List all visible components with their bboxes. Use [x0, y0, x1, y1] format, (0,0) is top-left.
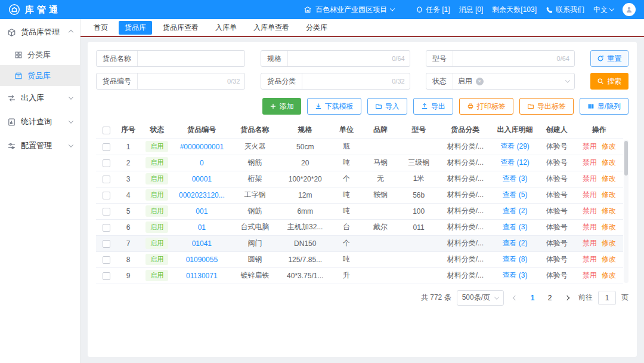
- row-checkbox[interactable]: [103, 224, 110, 232]
- status-select[interactable]: 启用: [453, 76, 574, 87]
- language-select[interactable]: 中文: [593, 5, 614, 15]
- modify-link[interactable]: 修改: [602, 174, 616, 183]
- model-input[interactable]: [453, 54, 557, 63]
- modify-link[interactable]: 修改: [602, 223, 616, 231]
- avatar[interactable]: [623, 3, 636, 16]
- disable-link[interactable]: 禁用: [583, 255, 597, 263]
- row-select-cell: [96, 155, 116, 171]
- next-page-button[interactable]: [561, 290, 573, 306]
- goods-code-link[interactable]: 01090055: [186, 256, 218, 264]
- detail-view-link[interactable]: 查看 (3): [502, 174, 527, 183]
- building-icon: [304, 5, 312, 14]
- goods-name-input[interactable]: [138, 54, 244, 63]
- tabbar: 首页 货品库 货品库查看 入库单 入库单查看 分类库: [80, 19, 644, 37]
- print-tag-button[interactable]: 打印标签: [459, 98, 513, 115]
- goods-code-link[interactable]: 001: [196, 207, 208, 216]
- contact-link[interactable]: 联系我们: [546, 5, 584, 15]
- row-checkbox[interactable]: [103, 208, 110, 216]
- tab-inbound-order[interactable]: 入库单: [209, 21, 243, 35]
- export-button[interactable]: 导出: [413, 98, 453, 115]
- import-button[interactable]: 导入: [367, 98, 407, 115]
- sidebar-item-goods-library[interactable]: 货品库: [0, 65, 80, 86]
- modify-link[interactable]: 修改: [602, 255, 616, 263]
- modify-link[interactable]: 修改: [602, 190, 616, 199]
- spec-input[interactable]: [288, 54, 392, 63]
- modify-link[interactable]: 修改: [602, 239, 616, 247]
- disable-link[interactable]: 禁用: [583, 223, 597, 231]
- status-label: 状态: [426, 73, 453, 89]
- tasks-link[interactable]: 任务 [1]: [416, 5, 450, 15]
- sidebar-group-goods-management[interactable]: 货品库管理: [0, 20, 80, 44]
- search-button[interactable]: 搜索: [590, 73, 628, 90]
- goods-code-link[interactable]: 00001: [192, 175, 212, 183]
- detail-view-link[interactable]: 查看 (2): [502, 239, 527, 247]
- bell-icon: [416, 6, 423, 14]
- detail-view-link[interactable]: 查看 (8): [502, 255, 527, 263]
- modify-link[interactable]: 修改: [602, 142, 616, 150]
- row-checkbox[interactable]: [103, 176, 110, 183]
- modify-link[interactable]: 修改: [602, 271, 616, 279]
- cell-index: 3: [116, 171, 140, 187]
- goto-page-input[interactable]: [598, 291, 616, 305]
- detail-view-link[interactable]: 查看 (3): [502, 271, 527, 279]
- tab-home[interactable]: 首页: [88, 21, 114, 35]
- goods-code-link[interactable]: 01041: [192, 239, 212, 248]
- modify-link[interactable]: 修改: [602, 158, 616, 167]
- prev-page-button[interactable]: [509, 290, 521, 306]
- tab-category-library[interactable]: 分类库: [300, 21, 333, 35]
- detail-view-link[interactable]: 查看 (2): [502, 207, 527, 215]
- page-size-select[interactable]: 500条/页: [457, 290, 504, 306]
- row-checkbox[interactable]: [103, 159, 110, 167]
- column-header: 序号: [116, 122, 140, 139]
- disable-link[interactable]: 禁用: [583, 190, 597, 199]
- sidebar-group-configuration[interactable]: 配置管理: [0, 134, 80, 158]
- disable-link[interactable]: 禁用: [583, 271, 597, 279]
- detail-view-link[interactable]: 查看 (5): [502, 190, 527, 199]
- grid-icon: [14, 51, 23, 59]
- filter-spec: 规格 0/64: [261, 50, 410, 67]
- reset-button[interactable]: 重置: [590, 50, 628, 67]
- download-template-button[interactable]: 下载模板: [307, 98, 361, 115]
- tab-goods-library[interactable]: 货品库: [119, 21, 152, 35]
- goods-code-link[interactable]: 0002023120...: [179, 191, 225, 199]
- disable-link[interactable]: 禁用: [583, 207, 597, 215]
- goods-code-input[interactable]: [138, 77, 227, 85]
- disable-link[interactable]: 禁用: [583, 174, 597, 183]
- page-2-button[interactable]: 2: [544, 290, 556, 306]
- disable-link[interactable]: 禁用: [583, 158, 597, 167]
- row-checkbox[interactable]: [103, 192, 110, 199]
- row-checkbox[interactable]: [103, 143, 110, 151]
- page-1-button[interactable]: 1: [527, 290, 538, 306]
- row-checkbox[interactable]: [103, 272, 110, 280]
- detail-view-link[interactable]: 查看 (3): [502, 223, 527, 231]
- messages-link[interactable]: 消息 [0]: [459, 5, 484, 15]
- tag-remove-icon[interactable]: [476, 78, 484, 85]
- goods-code-link[interactable]: 0: [200, 159, 204, 167]
- reset-label: 重置: [607, 54, 621, 64]
- goods-code-link[interactable]: 01: [198, 223, 206, 232]
- sidebar-item-category-library[interactable]: 分类库: [0, 44, 80, 65]
- row-checkbox[interactable]: [103, 240, 110, 248]
- sidebar-group-statistics-query[interactable]: 统计查询: [0, 110, 80, 134]
- add-button[interactable]: 添加: [262, 98, 301, 115]
- goods-code-link[interactable]: 01130071: [186, 272, 218, 280]
- disable-link[interactable]: 禁用: [583, 142, 597, 150]
- export-tag-button[interactable]: 导出标签: [519, 98, 574, 115]
- detail-view-link[interactable]: 查看 (29): [500, 142, 530, 150]
- select-all-checkbox[interactable]: [103, 127, 110, 134]
- row-checkbox[interactable]: [103, 256, 110, 264]
- modify-link[interactable]: 修改: [602, 207, 616, 215]
- sidebar-group-in-out-warehouse[interactable]: 出入库: [0, 86, 80, 110]
- tab-goods-library-view[interactable]: 货品库查看: [157, 21, 205, 35]
- scrollbar-thumb[interactable]: [624, 141, 628, 176]
- goods-category-input[interactable]: [302, 77, 392, 85]
- detail-view-link[interactable]: 查看 (12): [500, 158, 530, 167]
- tab-inbound-order-view[interactable]: 入库单查看: [247, 21, 295, 35]
- toggle-columns-button[interactable]: 显/隐列: [580, 98, 628, 115]
- project-selector[interactable]: 百色林业产业园区项目: [304, 5, 394, 15]
- goods-code-link[interactable]: #0000000001: [180, 143, 224, 151]
- disable-link[interactable]: 禁用: [583, 239, 597, 247]
- table-scrollbar[interactable]: [624, 140, 628, 283]
- messages-label: 消息 [0]: [459, 5, 484, 15]
- goods-category-counter: 0/32: [392, 78, 409, 85]
